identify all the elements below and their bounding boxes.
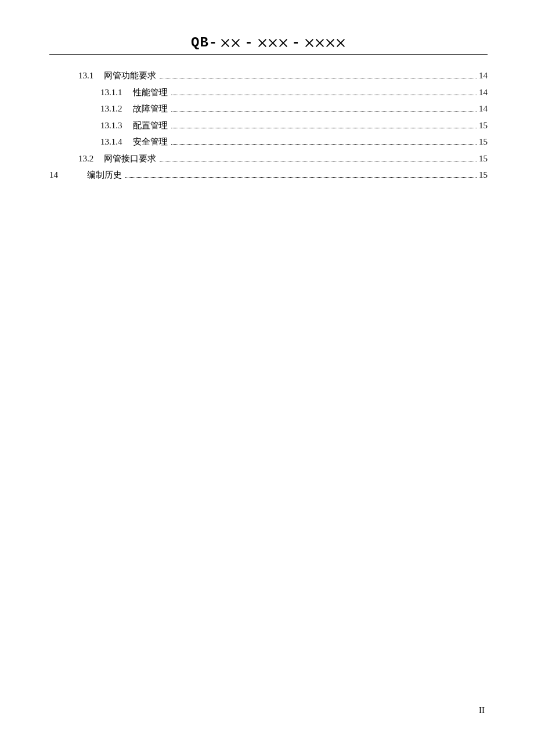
toc-number: 13.1.4: [100, 134, 122, 150]
toc-leader-dots: [171, 111, 477, 111]
toc-page-number: 15: [479, 167, 488, 183]
toc-title: 编制历史: [87, 167, 122, 183]
toc-entry: 13.1.4安全管理15: [49, 134, 488, 150]
header-prefix: QB-: [191, 35, 218, 51]
toc-entry: 13.1.1性能管理14: [49, 84, 488, 101]
toc-entry: 13.1网管功能要求14: [49, 67, 488, 84]
toc-title: 网管接口要求: [104, 150, 156, 167]
toc-title: 故障管理: [133, 100, 168, 117]
toc-number: 13.1.3: [100, 117, 122, 134]
x-mark-icon: [230, 38, 241, 48]
toc-title: 网管功能要求: [104, 67, 156, 84]
toc-number: 13.2: [78, 150, 93, 167]
x-mark-icon: [304, 38, 315, 48]
toc-leader-dots: [171, 128, 477, 128]
toc-number: 14: [49, 167, 58, 183]
toc-page-number: 14: [479, 67, 488, 84]
toc-page-number: 14: [479, 100, 488, 117]
toc-page-number: 15: [479, 117, 488, 134]
x-mark-icon: [268, 38, 278, 48]
toc-entry: 13.1.2故障管理14: [49, 100, 488, 117]
toc-entry: 14编制历史15: [49, 167, 488, 183]
page-number: II: [479, 705, 485, 715]
toc-number: 13.1: [78, 67, 93, 84]
toc-title: 性能管理: [133, 84, 168, 101]
toc-number: 13.1.2: [100, 100, 122, 117]
toc-page-number: 15: [479, 150, 488, 167]
document-page: QB- - - 13.1网管功能要求1413.1.1性能管理1413.1.2故障…: [0, 0, 534, 756]
x-mark-icon: [335, 38, 346, 48]
toc-page-number: 15: [479, 134, 488, 150]
toc-leader-dots: [171, 95, 477, 95]
toc-leader-dots: [160, 78, 477, 78]
toc-entry: 13.1.3配置管理15: [49, 117, 488, 134]
document-header: QB- - -: [49, 35, 488, 55]
toc-leader-dots: [171, 144, 477, 145]
x-mark-icon: [278, 38, 288, 48]
x-mark-icon: [325, 38, 335, 48]
x-group-2: [220, 38, 241, 48]
toc-title: 配置管理: [133, 117, 168, 134]
x-mark-icon: [315, 38, 325, 48]
toc-title: 安全管理: [133, 134, 168, 150]
toc-leader-dots: [160, 161, 477, 161]
x-group-4: [304, 38, 346, 48]
toc-leader-dots: [125, 177, 477, 178]
header-dash: -: [243, 35, 254, 51]
x-group-3: [257, 38, 288, 48]
table-of-contents: 13.1网管功能要求1413.1.1性能管理1413.1.2故障管理1413.1…: [49, 67, 488, 183]
toc-entry: 13.2网管接口要求15: [49, 150, 488, 167]
header-dash: -: [291, 35, 302, 51]
x-mark-icon: [257, 38, 268, 48]
x-mark-icon: [220, 38, 230, 48]
toc-page-number: 14: [479, 84, 488, 101]
toc-number: 13.1.1: [100, 84, 122, 101]
